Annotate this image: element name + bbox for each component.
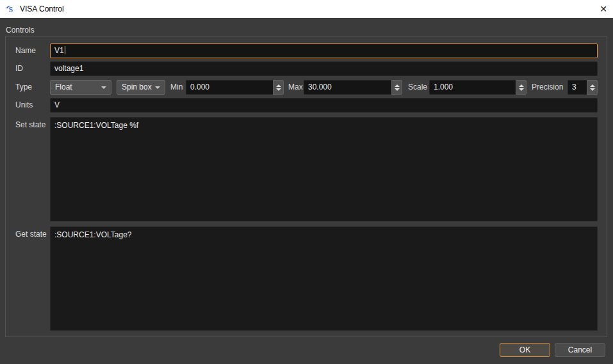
max-spinbox-value[interactable]: 30.000 bbox=[304, 80, 391, 95]
precision-label: Precision bbox=[532, 80, 563, 95]
groupbox-title: Controls bbox=[6, 26, 35, 35]
app-logo-icon: S bbox=[5, 4, 15, 14]
get-state-label: Get state bbox=[15, 227, 47, 242]
max-spinbox[interactable]: 30.000 bbox=[304, 80, 402, 95]
set-state-textarea[interactable]: :SOURCE1:VOLTage %f bbox=[50, 117, 598, 221]
min-spinbox-value[interactable]: 0.000 bbox=[186, 80, 273, 95]
name-input[interactable]: V1 bbox=[50, 44, 598, 58]
text-caret bbox=[65, 46, 65, 54]
spin-up-icon[interactable] bbox=[519, 84, 524, 87]
min-spinbox[interactable]: 0.000 bbox=[186, 80, 284, 95]
precision-spinbox-value[interactable]: 3 bbox=[568, 80, 587, 95]
window-title: VISA Control bbox=[20, 4, 64, 13]
scale-label: Scale bbox=[408, 80, 427, 95]
spin-down-icon[interactable] bbox=[395, 88, 400, 91]
units-label: Units bbox=[15, 98, 33, 113]
widget-dropdown[interactable]: Spin box bbox=[117, 80, 165, 95]
id-input[interactable]: voltage1 bbox=[50, 61, 598, 76]
visa-control-dialog: S VISA Control ✕ Controls Name V1 ID vol… bbox=[0, 0, 613, 364]
scale-spinbox-value[interactable]: 1.000 bbox=[429, 80, 516, 95]
spin-down-icon[interactable] bbox=[590, 88, 595, 91]
max-label: Max bbox=[288, 80, 303, 95]
id-label: ID bbox=[15, 61, 23, 76]
scale-spin-buttons[interactable] bbox=[516, 80, 527, 95]
spin-up-icon[interactable] bbox=[276, 84, 281, 87]
set-state-label: Set state bbox=[15, 118, 45, 132]
cancel-button[interactable]: Cancel bbox=[555, 343, 605, 357]
name-input-value: V1 bbox=[54, 46, 64, 55]
widget-dropdown-value: Spin box bbox=[122, 81, 152, 94]
precision-spin-buttons[interactable] bbox=[587, 80, 598, 95]
scale-spinbox[interactable]: 1.000 bbox=[429, 80, 527, 95]
spin-up-icon[interactable] bbox=[395, 84, 400, 87]
type-dropdown[interactable]: Float bbox=[50, 80, 111, 95]
name-label: Name bbox=[15, 44, 36, 58]
spin-down-icon[interactable] bbox=[519, 88, 524, 91]
min-spin-buttons[interactable] bbox=[273, 80, 284, 95]
spin-up-icon[interactable] bbox=[590, 84, 595, 87]
svg-text:S: S bbox=[9, 5, 13, 14]
units-input[interactable]: V bbox=[50, 98, 598, 113]
chevron-down-icon bbox=[101, 86, 106, 89]
max-spin-buttons[interactable] bbox=[391, 80, 402, 95]
type-label: Type bbox=[15, 80, 32, 95]
spin-down-icon[interactable] bbox=[276, 88, 281, 91]
min-label: Min bbox=[170, 80, 183, 95]
ok-button[interactable]: OK bbox=[500, 343, 550, 357]
type-dropdown-value: Float bbox=[55, 81, 72, 94]
close-icon[interactable]: ✕ bbox=[594, 0, 613, 18]
chevron-down-icon bbox=[155, 86, 160, 89]
title-bar: S VISA Control ✕ bbox=[0, 0, 613, 18]
precision-spinbox[interactable]: 3 bbox=[568, 80, 598, 95]
get-state-textarea[interactable]: :SOURCE1:VOLTage? bbox=[50, 226, 598, 331]
